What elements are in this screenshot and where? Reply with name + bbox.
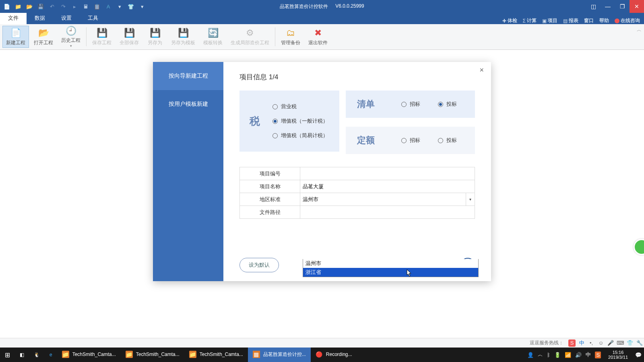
sidebar-item-wizard[interactable]: 按向导新建工程 <box>153 62 223 90</box>
qat-icon[interactable]: 💾 <box>37 3 44 10</box>
quota-option-bid[interactable]: 投标 <box>438 137 457 144</box>
ribbon-new-project[interactable]: 📄新建工程 <box>2 26 29 48</box>
taskbar-app[interactable]: 📁TechSmith_Camta... <box>184 348 248 362</box>
menu-right-help[interactable]: 帮助 <box>599 17 609 24</box>
qat-icon[interactable]: ↶ <box>48 3 56 10</box>
floating-help-bubble[interactable] <box>634 239 644 255</box>
modal-close-button[interactable]: × <box>476 64 487 76</box>
window-tab-icon[interactable]: ◫ <box>586 0 601 13</box>
menu-right-window[interactable]: 窗口 <box>584 17 594 24</box>
app-title: 品茗胜算造价计控软件 <box>280 3 328 10</box>
qat-icon[interactable]: ▾ <box>116 3 123 10</box>
qat-icon[interactable]: 📂 <box>26 3 33 10</box>
tray-clock[interactable]: 15:162019/3/11 <box>605 350 631 360</box>
ribbon-open-project[interactable]: 📂打开工程 <box>31 26 56 48</box>
qat-icon[interactable]: 👕 <box>127 3 134 10</box>
ime-keyboard-icon[interactable]: ⌨ <box>617 339 624 347</box>
close-button[interactable]: ✕ <box>630 0 644 13</box>
hotline-label: 逗逗服务热线： <box>530 339 564 346</box>
restore-button[interactable]: ❐ <box>615 0 630 13</box>
menu-tab-file[interactable]: 文件 <box>0 12 27 24</box>
taskbar-app-edge[interactable]: e <box>45 348 57 362</box>
quick-access-toolbar: 📄 📁 📂 💾 ↶ ↷ ▸ 🖩 📋 A ▾ 👕 ▾ <box>0 3 146 10</box>
taskbar-app-active[interactable]: ▦品茗胜算造价计控... <box>248 348 311 362</box>
qat-icon[interactable]: 🖩 <box>82 3 89 10</box>
tax-option-vat-simple[interactable]: 增值税（简易计税） <box>272 132 339 139</box>
menu-right-check[interactable]: ✚ 体检 <box>502 17 517 24</box>
qat-icon[interactable]: ↷ <box>60 3 67 10</box>
project-form: 项目编号 项目名称 品茗大厦 地区标准 温州市▾ 文件路径 <box>239 167 475 219</box>
start-button[interactable]: ⊞ <box>0 348 15 362</box>
taskbar-app[interactable]: 📁TechSmith_Camta... <box>57 348 121 362</box>
qat-icon[interactable]: ▾ <box>138 3 146 10</box>
tray-notifications-icon[interactable]: 💬 <box>635 352 642 358</box>
tray-battery-icon[interactable]: 🔋 <box>554 352 561 358</box>
dropdown-item[interactable]: 浙江省 <box>303 268 478 277</box>
new-project-wizard-modal: 按向导新建工程 按用户模板新建 × 项目信息 1/4 税 营业税 增值税（一般计… <box>153 62 491 281</box>
ribbon-backup[interactable]: 🗂管理备份 <box>278 26 303 48</box>
taskview-button[interactable]: ◧ <box>15 348 29 362</box>
tray-up-icon[interactable]: ︿ <box>538 351 543 358</box>
ime-face-icon[interactable]: ☺ <box>597 339 605 347</box>
qat-icon[interactable]: A <box>105 3 112 10</box>
ribbon-collapse-icon[interactable]: ︿ <box>637 27 642 33</box>
qat-icon[interactable]: 📁 <box>14 3 22 10</box>
tray-people-icon[interactable]: 👤 <box>527 352 534 358</box>
tray-sogou-icon[interactable]: S <box>595 352 601 358</box>
form-field-region[interactable]: 温州市▾ <box>300 193 475 206</box>
form-field-path[interactable] <box>300 206 475 219</box>
ribbon-gen-partial: ⚙生成局部造价工程 <box>227 26 272 48</box>
tray-volume-icon[interactable]: 🔊 <box>575 352 582 358</box>
taskbar-app[interactable]: 📁TechSmith_Camta... <box>121 348 184 362</box>
tax-label: 税 <box>239 90 270 152</box>
tray-wifi-icon[interactable]: 📶 <box>565 352 571 358</box>
menu-tab-settings[interactable]: 设置 <box>53 12 80 24</box>
set-default-button[interactable]: 设为默认 <box>239 258 279 272</box>
minimize-button[interactable]: — <box>601 0 615 13</box>
taskbar-app-qq[interactable]: 🐧 <box>29 348 45 362</box>
menu-right-calc[interactable]: Σ 计算 <box>523 17 537 24</box>
qat-icon[interactable]: 📋 <box>93 3 101 10</box>
ime-punct-icon[interactable]: •, <box>588 339 595 347</box>
list-option-tender[interactable]: 招标 <box>401 101 420 108</box>
tray-lang-icon[interactable]: 中 <box>586 351 591 358</box>
list-box: 清单 招标 投标 <box>346 90 475 118</box>
tax-option-business[interactable]: 营业税 <box>272 103 339 110</box>
modal-title: 项目信息 1/4 <box>239 72 475 82</box>
menu-tab-tools[interactable]: 工具 <box>80 12 106 24</box>
modal-sidebar: 按向导新建工程 按用户模板新建 <box>153 62 223 281</box>
form-label-region: 地区标准 <box>240 193 300 206</box>
app-version: V6.0.0.25999 <box>335 3 364 10</box>
sidebar-item-template[interactable]: 按用户模板新建 <box>153 90 223 118</box>
qat-icon[interactable]: ▸ <box>71 3 78 10</box>
ribbon-history[interactable]: 🕘历史工程▾ <box>58 26 84 48</box>
form-field-code[interactable] <box>300 167 475 180</box>
ime-icon[interactable]: S <box>568 339 576 347</box>
quota-box: 定额 招标 投标 <box>346 127 475 154</box>
ime-tool-icon[interactable]: 🔧 <box>636 339 643 347</box>
qat-icon[interactable]: 📄 <box>3 3 10 10</box>
menu-right-project[interactable]: ▣ 项目 <box>542 17 557 24</box>
ime-mic-icon[interactable]: 🎤 <box>607 339 614 347</box>
menu-right-online[interactable]: 在线咨询 <box>615 17 640 24</box>
quota-option-tender[interactable]: 招标 <box>401 137 420 144</box>
tax-box: 税 营业税 增值税（一般计税） 增值税（简易计税） <box>239 90 339 152</box>
form-label-code: 项目编号 <box>240 167 300 180</box>
region-dropdown-toggle[interactable]: ▾ <box>466 193 475 206</box>
title-bar: 📄 📁 📂 💾 ↶ ↷ ▸ 🖩 📋 A ▾ 👕 ▾ 品茗胜算造价计控软件 V6.… <box>0 0 644 13</box>
ime-lang-icon[interactable]: 中 <box>578 339 585 347</box>
tray-bt-icon[interactable]: ᛒ <box>547 352 550 358</box>
menu-tab-data[interactable]: 数据 <box>27 12 53 24</box>
taskbar-app[interactable]: 🔴Recording... <box>311 348 357 362</box>
dropdown-item[interactable]: 温州市 <box>303 259 478 268</box>
form-label-name: 项目名称 <box>240 180 300 193</box>
form-field-name[interactable]: 品茗大厦 <box>300 180 475 193</box>
menu-right-report[interactable]: ▤ 报表 <box>563 17 578 24</box>
tax-option-vat-general[interactable]: 增值税（一般计税） <box>272 117 339 125</box>
ime-skin-icon[interactable]: 👕 <box>626 339 634 347</box>
ribbon-exit[interactable]: ✖退出软件 <box>305 26 331 48</box>
ribbon-save: 💾保存工程 <box>89 26 115 48</box>
list-option-bid[interactable]: 投标 <box>438 101 457 108</box>
mouse-cursor-icon <box>407 269 412 277</box>
ribbon-save-template: 💾另存为模板 <box>168 26 198 48</box>
